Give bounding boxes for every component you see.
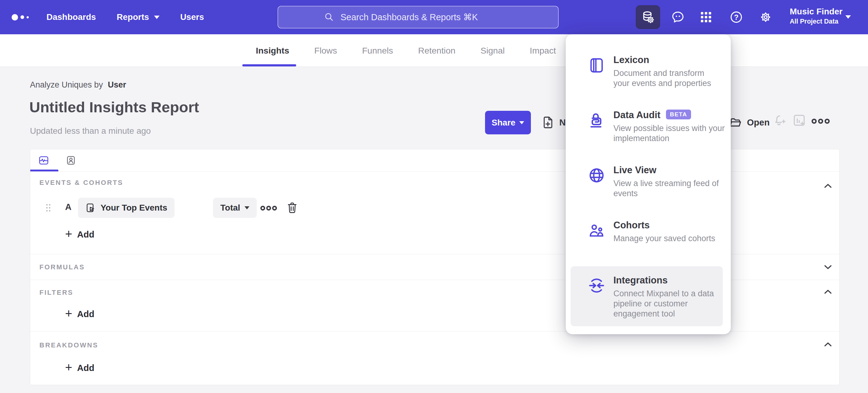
cohorts-people-icon	[588, 222, 606, 240]
menu-item-title: Live View	[613, 165, 719, 176]
tab-flows[interactable]: Flows	[314, 46, 337, 56]
formulas-label: FORMULAS	[39, 263, 85, 271]
board-plus-icon[interactable]	[792, 113, 806, 127]
add-event-button[interactable]: + Add	[65, 226, 94, 243]
breakdowns-collapse-chevron-up-icon[interactable]	[823, 339, 834, 350]
top-navbar: Dashboards Reports Users	[0, 0, 868, 34]
tab-insights[interactable]: Insights	[256, 46, 289, 56]
add-filter-button[interactable]: + Add	[65, 306, 94, 322]
project-caret-down-icon[interactable]	[845, 15, 851, 19]
events-cohorts-label: EVENTS & COHORTS	[39, 179, 123, 187]
menu-item-title: Data Audit	[613, 110, 660, 120]
apps-grid-icon[interactable]	[699, 10, 713, 24]
nav-link-dashboards[interactable]: Dashboards	[46, 12, 96, 22]
menu-item-lexicon[interactable]: Lexicon Document and transform your even…	[588, 55, 711, 88]
menu-item-title: Cohorts	[613, 220, 715, 231]
series-letter: A	[65, 202, 71, 212]
filters-collapse-chevron-up-icon[interactable]	[823, 286, 834, 298]
events-collapse-chevron-up-icon[interactable]	[823, 180, 834, 192]
nav-link-reports[interactable]: Reports	[117, 12, 159, 22]
search-input[interactable]	[340, 12, 512, 23]
metric-caret-down-icon	[245, 206, 249, 209]
updated-timestamp: Updated less than a minute ago	[30, 126, 151, 136]
feedback-icon[interactable]	[671, 10, 685, 24]
tab-impact[interactable]: Impact	[530, 46, 556, 56]
project-name: Music Finder	[790, 7, 843, 17]
menu-item-integrations[interactable]: Integrations Connect Mixpanel to a data …	[588, 275, 714, 319]
analyze-value-selector[interactable]: User	[108, 80, 126, 90]
row-options-ellipsis-icon[interactable]	[260, 205, 277, 212]
event-selector-pill[interactable]: Your Top Events	[78, 198, 175, 218]
insights-pulse-tab-icon[interactable]	[38, 155, 49, 166]
add-breakdown-button[interactable]: + Add	[65, 360, 94, 376]
menu-item-title: Integrations	[613, 275, 714, 286]
metric-dropdown-pill[interactable]: Total	[213, 198, 257, 218]
report-tabbar: Insights Flows Funnels Retention Signal …	[0, 34, 868, 67]
svg-text:?: ?	[734, 13, 739, 22]
nav-links: Dashboards Reports Users	[46, 0, 204, 34]
report-title[interactable]: Untitled Insights Report	[29, 99, 199, 116]
data-management-button[interactable]	[636, 5, 660, 29]
tab-retention[interactable]: Retention	[418, 46, 455, 56]
settings-gear-icon[interactable]	[758, 10, 773, 24]
menu-item-cohorts[interactable]: Cohorts Manage your saved cohorts	[588, 220, 715, 244]
document-plus-icon	[541, 115, 555, 130]
lexicon-book-icon	[588, 56, 606, 74]
drag-handle-icon[interactable]	[45, 203, 51, 213]
mixpanel-logo-icon[interactable]	[11, 0, 29, 34]
plus-icon: +	[65, 361, 72, 373]
analyze-uniques-row: Analyze Uniques by User	[30, 80, 126, 90]
more-actions-ellipsis-icon[interactable]	[811, 117, 830, 125]
data-management-icon	[641, 10, 655, 24]
mixpanel-app: Dashboards Reports Users	[0, 0, 868, 393]
caret-down-icon	[154, 16, 159, 19]
data-management-menu: Lexicon Document and transform your even…	[566, 34, 731, 334]
live-view-globe-icon	[588, 167, 606, 184]
data-audit-lock-icon	[588, 111, 606, 129]
profiles-tab-icon[interactable]	[65, 155, 76, 166]
menu-item-desc: Manage your saved cohorts	[613, 233, 715, 244]
global-search[interactable]	[278, 6, 559, 28]
help-icon[interactable]: ?	[729, 10, 743, 24]
integrations-sync-icon	[588, 277, 606, 294]
share-caret-down-icon	[519, 121, 524, 124]
plus-icon: +	[65, 307, 72, 319]
bell-plus-icon[interactable]	[772, 113, 786, 127]
menu-item-desc: Document and transform your events and p…	[613, 68, 711, 88]
open-report-button[interactable]: Open	[728, 114, 770, 131]
search-icon	[324, 12, 334, 22]
analyze-label: Analyze Uniques by	[30, 80, 103, 90]
breakdowns-label: BREAKDOWNS	[39, 341, 98, 349]
menu-item-desc: View a live streaming feed of events	[613, 178, 719, 199]
share-button[interactable]: Share	[485, 111, 531, 134]
project-scope: All Project Data	[790, 18, 843, 25]
menu-item-title: Lexicon	[613, 55, 711, 65]
tab-funnels[interactable]: Funnels	[362, 46, 393, 56]
menu-item-live-view[interactable]: Live View View a live streaming feed of …	[588, 165, 719, 199]
menu-item-desc: Connect Mixpanel to a data pipeline or c…	[613, 289, 714, 319]
filters-label: FILTERS	[39, 289, 73, 297]
active-tab-underline	[242, 64, 296, 66]
menu-item-desc: View possible issues with your implement…	[613, 123, 725, 144]
menu-item-data-audit[interactable]: Data AuditBETA View possible issues with…	[588, 110, 725, 144]
tab-signal[interactable]: Signal	[480, 46, 505, 56]
event-cursor-icon	[85, 202, 96, 213]
trash-icon[interactable]	[286, 201, 299, 214]
formulas-collapse-chevron-down-icon[interactable]	[823, 261, 834, 273]
plus-icon: +	[65, 228, 72, 240]
nav-link-users[interactable]: Users	[180, 12, 204, 22]
project-switcher[interactable]: Music Finder All Project Data	[790, 7, 843, 25]
beta-badge: BETA	[666, 110, 691, 119]
